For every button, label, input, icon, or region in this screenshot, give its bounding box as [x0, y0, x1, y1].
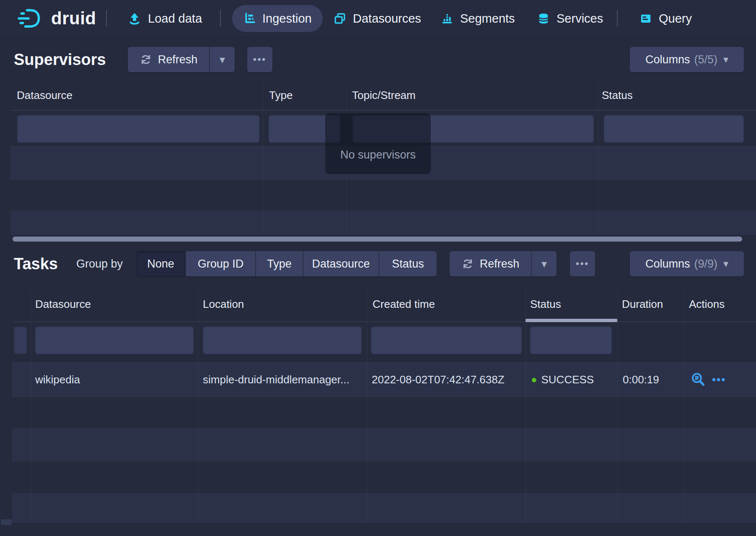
layers-icon — [333, 12, 347, 25]
column-header-status[interactable]: Status — [530, 298, 561, 311]
tasks-title: Tasks — [14, 251, 58, 276]
column-header-actions[interactable]: Actions — [689, 298, 725, 311]
druid-logo-icon — [17, 8, 44, 29]
supervisors-table: Datasource Type Topic/Stream Status No s… — [10, 82, 756, 235]
column-header-status[interactable]: Status — [602, 89, 633, 102]
empty-message: No supervisors — [325, 148, 431, 161]
refresh-button[interactable]: Refresh — [128, 47, 209, 72]
supervisors-more-button[interactable]: ••• — [247, 47, 272, 72]
nav-item-datasources[interactable]: Datasources — [333, 0, 421, 37]
refresh-icon — [140, 53, 152, 66]
group-by-option-status[interactable]: Status — [378, 251, 437, 276]
column-divider — [263, 82, 263, 235]
chevron-down-icon: ▾ — [220, 53, 225, 66]
column-header-topic-stream[interactable]: Topic/Stream — [352, 89, 416, 102]
nav-item-label: Services — [557, 12, 603, 26]
group-by-label: Group by — [76, 251, 123, 276]
nav-item-label: Load data — [148, 12, 202, 26]
task-details-icon[interactable] — [690, 372, 706, 388]
gantt-chart-icon — [243, 12, 256, 25]
cell-status: ● SUCCESS — [531, 363, 594, 396]
refresh-caret-button[interactable]: ▾ — [531, 251, 557, 276]
cell-location: simple-druid-middlemanager... — [203, 363, 359, 396]
chevron-down-icon: ▾ — [723, 258, 728, 270]
supervisors-title: Supervisors — [14, 47, 106, 72]
column-header-datasource[interactable]: Datasource — [35, 298, 91, 311]
nav-item-load-data[interactable]: Load data — [127, 0, 202, 37]
supervisors-horizontal-scrollbar[interactable] — [13, 237, 742, 242]
filter-input-task-id-partial[interactable] — [14, 326, 27, 354]
druid-logo[interactable]: druid — [17, 0, 96, 37]
table-row — [12, 493, 756, 523]
table-row-wikipedia[interactable]: wikipedia simple-druid-middlemanager... … — [12, 363, 756, 396]
top-nav: druid Load data Ingestion — [0, 0, 756, 37]
more-icon: ••• — [253, 55, 267, 64]
column-divider — [198, 289, 199, 523]
brand-text: druid — [51, 8, 96, 29]
filter-input-location[interactable] — [203, 326, 362, 354]
chevron-down-icon: ▾ — [723, 54, 728, 65]
filter-input-datasource[interactable] — [17, 115, 259, 143]
column-divider — [617, 289, 618, 523]
column-header-type[interactable]: Type — [269, 89, 293, 102]
group-by-option-group-id[interactable]: Group ID — [185, 251, 255, 276]
group-by-option-datasource[interactable]: Datasource — [303, 251, 378, 276]
column-header-datasource[interactable]: Datasource — [17, 89, 72, 102]
tasks-scrollbar-corner[interactable] — [1, 519, 12, 525]
supervisors-columns-button[interactable]: Columns (5/5) ▾ — [630, 47, 744, 72]
row-divider — [10, 179, 756, 180]
nav-divider — [106, 10, 107, 27]
chevron-down-icon: ▾ — [541, 258, 547, 271]
group-by-option-type[interactable]: Type — [255, 251, 303, 276]
columns-label: Columns — [645, 258, 690, 271]
nav-item-query[interactable]: Query — [639, 0, 692, 37]
group-by-option-none[interactable]: None — [136, 251, 185, 276]
filter-input-status[interactable] — [530, 326, 612, 354]
refresh-button[interactable]: Refresh — [450, 251, 531, 276]
supervisors-refresh-split: Refresh ▾ — [128, 47, 235, 72]
filter-input-created-time[interactable] — [371, 326, 522, 354]
column-divider — [684, 289, 684, 523]
refresh-icon — [461, 258, 474, 270]
tasks-refresh-split: Refresh ▾ — [450, 251, 557, 276]
column-divider — [598, 82, 598, 235]
tasks-more-button[interactable]: ••• — [570, 251, 595, 276]
bar-chart-icon — [440, 12, 454, 25]
nav-item-label: Segments — [460, 12, 515, 26]
cell-created-time: 2022-08-02T07:42:47.638Z — [372, 363, 505, 396]
row-actions-icon[interactable]: ••• — [712, 373, 726, 386]
table-row — [12, 461, 756, 493]
refresh-label: Refresh — [480, 258, 520, 271]
columns-label: Columns — [645, 53, 690, 66]
column-divider — [367, 289, 367, 523]
header-divider — [12, 321, 756, 322]
nav-item-label: Datasources — [353, 12, 421, 26]
database-icon — [537, 12, 550, 25]
columns-count: (5/5) — [694, 53, 717, 66]
cell-actions: ••• — [690, 363, 726, 396]
table-row — [12, 428, 756, 461]
column-header-created-time[interactable]: Created time — [373, 298, 435, 311]
upload-icon — [127, 11, 142, 26]
nav-item-ingestion[interactable]: Ingestion — [232, 5, 323, 32]
nav-divider — [617, 10, 618, 27]
filter-input-datasource[interactable] — [35, 326, 194, 354]
table-row — [10, 211, 756, 235]
refresh-caret-button[interactable]: ▾ — [209, 47, 235, 72]
tasks-table: Datasource Location Created time Status … — [12, 289, 756, 523]
columns-count: (9/9) — [694, 258, 717, 271]
nav-item-services[interactable]: Services — [537, 0, 603, 37]
column-divider — [31, 289, 31, 523]
filter-input-status[interactable] — [604, 115, 744, 143]
cell-datasource: wikipedia — [35, 363, 80, 396]
column-divider — [526, 289, 526, 523]
status-dot: ● — [531, 374, 537, 385]
column-header-duration[interactable]: Duration — [622, 298, 663, 311]
tasks-columns-button[interactable]: Columns (9/9) ▾ — [630, 251, 744, 276]
column-header-location[interactable]: Location — [203, 298, 244, 311]
no-data-overlay: No supervisors — [325, 113, 431, 174]
header-divider — [10, 110, 756, 111]
nav-item-segments[interactable]: Segments — [440, 0, 515, 37]
nav-divider — [220, 10, 221, 27]
table-row — [12, 396, 756, 428]
